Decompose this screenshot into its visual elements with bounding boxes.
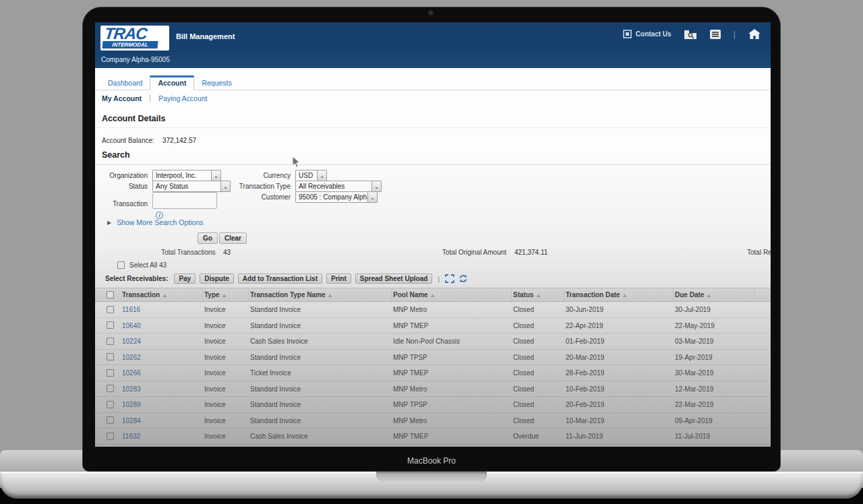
column-header[interactable]: Due Date▵ [674, 288, 754, 301]
transaction-link[interactable]: 10283 [121, 381, 203, 397]
subnav-divider [150, 94, 150, 102]
table-cell: MNP TPSP [392, 397, 512, 412]
app-header: TRAC INTERMODAL Bill Management Company … [95, 22, 771, 68]
table-cell: 10-Feb-2019 [564, 381, 674, 397]
subnav-my-account[interactable]: My Account [102, 94, 142, 102]
row-checkbox[interactable] [107, 321, 114, 329]
transaction-input[interactable] [152, 192, 217, 209]
toolbar-button[interactable]: Dispute [200, 274, 234, 284]
trac-logo: TRAC INTERMODAL [100, 26, 169, 51]
table-row: 10224InvoiceCash Sales InvoiceIdle Non-P… [95, 334, 771, 350]
table-cell: 30-Jun-2019 [564, 302, 674, 317]
transaction-link[interactable]: 10224 [121, 334, 203, 349]
row-checkbox[interactable] [107, 401, 114, 408]
row-checkbox[interactable] [107, 369, 114, 377]
transaction-type-select[interactable]: All Receivables ⌄ [295, 181, 382, 192]
logo-subtext: INTERMODAL [102, 41, 158, 49]
detach-icon[interactable] [445, 274, 454, 283]
table-cell-empty [754, 413, 771, 429]
home-icon[interactable] [748, 28, 761, 40]
row-checkbox[interactable] [107, 306, 114, 313]
table-cell: 22-May-2019 [674, 318, 754, 334]
table-cell: 03-Mar-2019 [674, 334, 754, 349]
transaction-link[interactable]: 11616 [121, 302, 203, 317]
row-checkbox[interactable] [107, 353, 114, 360]
toolbar-button[interactable]: Add to Transaction List [238, 274, 322, 284]
table-cell: MNP Metro [392, 413, 512, 429]
tab-account[interactable]: Account [150, 75, 194, 90]
account-balance-value: 372,142.57 [162, 137, 196, 144]
toolbar-divider: | [438, 275, 440, 283]
table-cell: MNP Metro [392, 381, 512, 397]
transaction-link[interactable]: 10262 [121, 350, 203, 365]
show-more-search-options[interactable]: ▶ Show More Search Options [107, 218, 204, 226]
table-cell: 20-Feb-2019 [564, 397, 674, 412]
transaction-label: Transaction [95, 200, 148, 208]
transaction-link[interactable]: 10640 [121, 318, 203, 334]
organization-select[interactable]: Interpool, Inc. ⌄ [152, 170, 221, 181]
column-header[interactable]: Type▵ [203, 288, 249, 301]
transaction-type-value: All Receivables [296, 183, 371, 190]
laptop-base [0, 472, 863, 499]
toolbar-button[interactable]: Print [326, 274, 351, 284]
table-cell: 10-Mar-2019 [564, 413, 674, 429]
header-checkbox[interactable] [107, 291, 114, 298]
column-header[interactable]: Transaction Type Name▵ [249, 288, 392, 301]
table-cell: Standard Invoice [249, 413, 392, 429]
row-checkbox[interactable] [107, 385, 114, 392]
tab-requests[interactable]: Requests [194, 76, 239, 90]
table-cell: Invoice [203, 397, 249, 412]
status-label: Status [95, 183, 148, 190]
section-divider [95, 127, 771, 128]
currency-select[interactable]: USD ⌄ [295, 170, 327, 181]
table-cell-empty [754, 429, 771, 444]
list-icon[interactable] [709, 29, 721, 40]
table-cell: Cash Sales Invoice [249, 334, 392, 349]
table-row: 11632InvoiceCash Sales InvoiceMNP TMEPOv… [95, 429, 771, 445]
table-cell: MNP TPSP [392, 350, 512, 365]
laptop-lid-notch [376, 472, 487, 482]
go-button[interactable]: Go [198, 232, 218, 244]
transaction-link[interactable]: 11632 [121, 429, 203, 444]
transaction-type-label: Transaction Type [216, 183, 291, 190]
row-checkbox[interactable] [107, 338, 114, 345]
contact-icon [623, 30, 632, 38]
transaction-link[interactable]: 10284 [121, 413, 203, 429]
row-checkbox[interactable] [107, 433, 114, 440]
contact-us-link[interactable]: Contact Us [623, 30, 672, 38]
table-cell: Invoice [203, 365, 249, 381]
header-actions: Contact Us | [623, 28, 761, 40]
toolbar-button[interactable]: Spread Sheet Upload [355, 274, 433, 284]
subnav-paying-account[interactable]: Paying Account [158, 94, 207, 102]
search-folder-icon[interactable] [684, 29, 697, 40]
search-heading: Search [102, 150, 130, 160]
table-cell: 28-Feb-2019 [564, 365, 674, 381]
transaction-link[interactable]: 10289 [121, 397, 203, 412]
sort-icon: ▵ [329, 292, 332, 298]
clear-button[interactable]: Clear [219, 232, 247, 244]
organization-label: Organization [95, 172, 148, 179]
sort-icon: ▵ [624, 292, 626, 298]
refresh-icon[interactable] [458, 274, 468, 283]
column-header[interactable]: Status▵ [512, 288, 564, 301]
column-header[interactable]: Transaction Date▵ [564, 288, 674, 301]
account-details-heading: Account Details [102, 114, 165, 123]
table-cell: 11-Jul-2019 [674, 429, 754, 444]
column-header[interactable]: Pool Name▵ [392, 288, 512, 301]
table-cell: 09-Apr-2019 [674, 413, 754, 429]
tab-dashboard[interactable]: Dashboard [100, 76, 150, 90]
toolbar-button[interactable]: Pay [174, 274, 196, 284]
table-cell-empty [754, 381, 771, 397]
table-row: 10266InvoiceTicket InvoiceMNP TMEPClosed… [95, 365, 771, 381]
customer-select[interactable]: 95005 : Company Alpha ⌄ [295, 191, 378, 203]
status-value: Any Status [153, 183, 220, 190]
currency-label: Currency [216, 172, 291, 179]
row-checkbox[interactable] [107, 416, 114, 424]
transaction-link[interactable]: 10266 [121, 365, 203, 381]
table-row: 11616InvoiceStandard InvoiceMNP MetroClo… [95, 302, 771, 318]
select-all-checkbox[interactable] [117, 261, 125, 269]
table-cell: Invoice [203, 350, 249, 365]
table-header-row: Transaction▵Type▵Transaction Type Name▵P… [95, 288, 771, 302]
column-header[interactable]: Transaction▵ [121, 288, 203, 301]
table-cell: MNP TMEP [392, 429, 512, 444]
